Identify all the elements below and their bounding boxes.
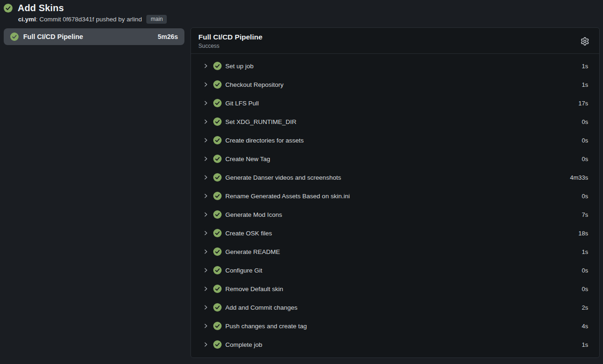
step-row[interactable]: Add and Commit changes 2s <box>191 298 599 317</box>
step-name: Generate README <box>225 248 574 255</box>
step-row[interactable]: Complete job 1s <box>191 335 599 354</box>
chevron-right-icon[interactable] <box>203 193 209 199</box>
step-row[interactable]: Create directories for assets 0s <box>191 131 599 150</box>
step-name: Generate Danser videos and screenshots <box>225 174 563 181</box>
step-success-check-circle-icon <box>213 136 222 144</box>
commit-prefix: Commit <box>39 16 63 23</box>
step-success-check-circle-icon <box>213 229 222 237</box>
chevron-right-icon[interactable] <box>203 212 209 217</box>
step-duration: 1s <box>582 341 588 348</box>
step-name: Rename Generated Assets Based on skin.in… <box>225 193 574 200</box>
gear-icon[interactable] <box>579 35 591 47</box>
chevron-right-icon[interactable] <box>203 305 209 310</box>
step-row[interactable]: Create OSK files 18s <box>191 224 599 242</box>
branch-badge[interactable]: main <box>146 15 167 24</box>
step-success-check-circle-icon <box>213 62 222 70</box>
step-duration: 0s <box>582 193 588 200</box>
step-success-check-circle-icon <box>213 303 222 312</box>
step-list: Set up job 1s <box>191 54 599 358</box>
chevron-right-icon[interactable] <box>203 175 209 180</box>
step-row[interactable]: Git LFS Pull 17s <box>191 94 599 112</box>
step-name: Complete job <box>225 341 574 348</box>
run-title: Add Skins <box>18 3 64 13</box>
job-success-check-circle-icon <box>10 32 19 41</box>
chevron-right-icon[interactable] <box>203 100 209 106</box>
step-name: Create New Tag <box>225 156 574 162</box>
step-success-check-circle-icon <box>213 210 222 219</box>
step-name: Push changes and create tag <box>225 323 574 330</box>
chevron-right-icon[interactable] <box>203 286 209 292</box>
chevron-right-icon[interactable] <box>203 137 209 143</box>
step-name: Remove Default skin <box>225 286 574 292</box>
job-run-panel: Full CI/CD Pipeline Success <box>190 27 600 358</box>
step-duration: 4m33s <box>570 174 588 181</box>
step-success-check-circle-icon <box>213 247 222 256</box>
step-success-check-circle-icon <box>213 155 222 163</box>
step-name: Add and Commit changes <box>225 304 574 311</box>
chevron-right-icon[interactable] <box>203 82 209 87</box>
chevron-right-icon[interactable] <box>203 323 209 329</box>
job-name: Full CI/CD Pipeline <box>23 33 153 40</box>
step-duration: 0s <box>582 137 588 144</box>
step-success-check-circle-icon <box>213 266 222 274</box>
step-duration: 4s <box>582 323 588 330</box>
step-duration: 1s <box>582 248 588 255</box>
chevron-right-icon[interactable] <box>203 156 209 162</box>
chevron-right-icon[interactable] <box>203 63 209 69</box>
step-row[interactable]: Rename Generated Assets Based on skin.in… <box>191 187 599 205</box>
run-content: Full CI/CD Pipeline 5m26s Full CI/CD Pip… <box>0 24 603 358</box>
step-duration: 0s <box>582 267 588 274</box>
step-name: Create OSK files <box>225 230 571 237</box>
step-row[interactable]: Checkout Repository 1s <box>191 75 599 94</box>
chevron-right-icon[interactable] <box>203 267 209 273</box>
step-duration: 1s <box>582 81 588 88</box>
panel-job-status: Success <box>198 43 262 49</box>
step-duration: 2s <box>582 304 588 311</box>
step-name: Checkout Repository <box>225 81 574 88</box>
panel-header: Full CI/CD Pipeline Success <box>191 28 599 54</box>
chevron-right-icon[interactable] <box>203 119 209 124</box>
run-header: Add Skins ci.yml: Commit 0f678d341f push… <box>0 0 603 24</box>
step-name: Create directories for assets <box>225 137 574 144</box>
job-item-full-pipeline[interactable]: Full CI/CD Pipeline 5m26s <box>4 28 184 45</box>
step-duration: 18s <box>578 230 588 237</box>
step-row[interactable]: Set XDG_RUNTIME_DIR 0s <box>191 112 599 131</box>
jobs-sidebar: Full CI/CD Pipeline 5m26s <box>4 27 184 45</box>
chevron-right-icon[interactable] <box>203 230 209 236</box>
step-row[interactable]: Set up job 1s <box>191 57 599 75</box>
run-title-row: Add Skins <box>4 3 599 13</box>
chevron-right-icon[interactable] <box>203 342 209 347</box>
step-row[interactable]: Remove Default skin 0s <box>191 280 599 298</box>
chevron-right-icon[interactable] <box>203 249 209 254</box>
commit-sha-link[interactable]: 0f678d341f <box>63 16 94 23</box>
panel-header-text: Full CI/CD Pipeline Success <box>198 33 262 49</box>
commit-middle-text: pushed by <box>94 16 127 23</box>
step-row[interactable]: Configure Git 0s <box>191 261 599 280</box>
step-row[interactable]: Push changes and create tag 4s <box>191 317 599 335</box>
commit-line: ci.yml: Commit 0f678d341f pushed by arli… <box>18 15 599 24</box>
step-duration: 0s <box>582 156 588 162</box>
step-row[interactable]: Generate README 1s <box>191 242 599 261</box>
step-duration: 0s <box>582 118 588 125</box>
step-row[interactable]: Generate Mod Icons 7s <box>191 205 599 224</box>
step-success-check-circle-icon <box>213 340 222 349</box>
step-row[interactable]: Generate Danser videos and screenshots 4… <box>191 168 599 187</box>
step-success-check-circle-icon <box>213 322 222 330</box>
commit-separator: : <box>36 16 39 23</box>
step-duration: 1s <box>582 63 588 70</box>
panel-job-title: Full CI/CD Pipeline <box>198 33 262 41</box>
commit-actor-link[interactable]: arlind <box>126 16 142 23</box>
step-name: Git LFS Pull <box>225 100 571 107</box>
step-name: Configure Git <box>225 267 574 274</box>
step-name: Generate Mod Icons <box>225 211 574 218</box>
step-success-check-circle-icon <box>213 99 222 107</box>
workflow-file-name: ci.yml <box>18 16 36 23</box>
step-name: Set XDG_RUNTIME_DIR <box>225 118 574 125</box>
step-duration: 7s <box>582 211 588 218</box>
job-duration: 5m26s <box>157 33 178 40</box>
run-success-check-circle-icon <box>4 4 13 13</box>
step-success-check-circle-icon <box>213 80 222 89</box>
step-row[interactable]: Create New Tag 0s <box>191 150 599 168</box>
step-success-check-circle-icon <box>213 173 222 182</box>
step-duration: 17s <box>578 100 588 107</box>
